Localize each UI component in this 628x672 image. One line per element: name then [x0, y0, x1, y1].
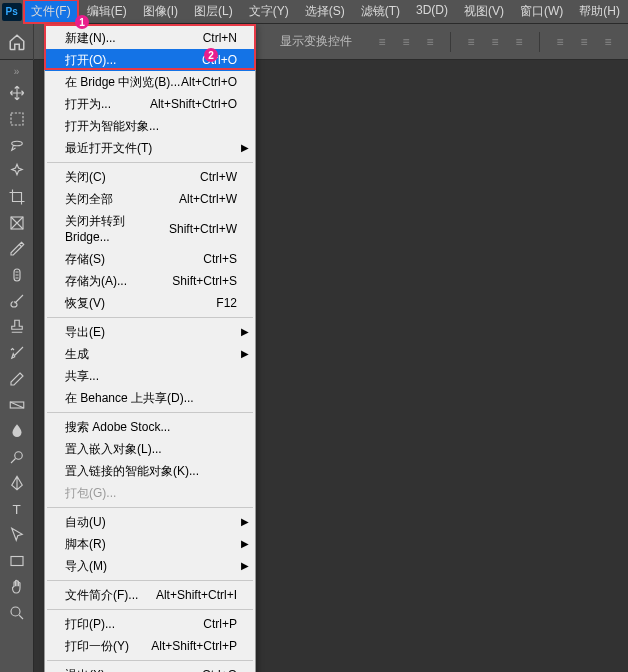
align-bottom-icon[interactable]: ≡: [509, 32, 529, 52]
submenu-arrow-icon: ▶: [241, 324, 249, 340]
menu-open[interactable]: 打开(O)...Ctrl+O: [45, 49, 255, 71]
crop-tool[interactable]: [4, 185, 30, 209]
menu-place-embed[interactable]: 置入嵌入对象(L)...: [45, 438, 255, 460]
menu-filter[interactable]: 滤镜(T): [353, 0, 408, 24]
menu-open-smart[interactable]: 打开为智能对象...: [45, 115, 255, 137]
menu-open-as-label: 打开为...: [65, 96, 111, 112]
align-left-icon[interactable]: ≡: [372, 32, 392, 52]
menu-print-one[interactable]: 打印一份(Y)Alt+Shift+Ctrl+P: [45, 635, 255, 657]
zoom-tool[interactable]: [4, 601, 30, 625]
menu-export[interactable]: 导出(E)▶: [45, 321, 255, 343]
menu-import[interactable]: 导入(M)▶: [45, 555, 255, 577]
gradient-tool[interactable]: [4, 393, 30, 417]
menu-close-label: 关闭(C): [65, 169, 106, 185]
menu-share[interactable]: 共享...: [45, 365, 255, 387]
menu-open-label: 打开(O)...: [65, 52, 116, 68]
menu-image[interactable]: 图像(I): [135, 0, 186, 24]
frame-tool[interactable]: [4, 211, 30, 235]
menu-scripts-label: 脚本(R): [65, 536, 106, 552]
submenu-arrow-icon: ▶: [241, 346, 249, 362]
align-top-icon[interactable]: ≡: [461, 32, 481, 52]
menu-print-label: 打印(P)...: [65, 616, 115, 632]
collapse-icon[interactable]: »: [14, 64, 20, 79]
hand-tool[interactable]: [4, 575, 30, 599]
menu-type[interactable]: 文字(Y): [241, 0, 297, 24]
tools-panel: » T: [0, 60, 34, 672]
align-center-icon[interactable]: ≡: [396, 32, 416, 52]
healing-tool[interactable]: [4, 263, 30, 287]
menu-file-info-label: 文件简介(F)...: [65, 587, 138, 603]
menu-layer[interactable]: 图层(L): [186, 0, 241, 24]
history-brush-tool[interactable]: [4, 341, 30, 365]
separator: [47, 580, 253, 581]
menu-exit[interactable]: 退出(X)Ctrl+Q: [45, 664, 255, 672]
blur-tool[interactable]: [4, 419, 30, 443]
main-menu: 文件(F) 编辑(E) 图像(I) 图层(L) 文字(Y) 选择(S) 滤镜(T…: [23, 0, 628, 24]
menu-open-as-shortcut: Alt+Shift+Ctrl+O: [150, 96, 237, 112]
menu-scripts[interactable]: 脚本(R)▶: [45, 533, 255, 555]
menu-file-info[interactable]: 文件简介(F)...Alt+Shift+Ctrl+I: [45, 584, 255, 606]
annotation-badge-2: 2: [204, 48, 218, 62]
menu-generate[interactable]: 生成▶: [45, 343, 255, 365]
menu-select[interactable]: 选择(S): [297, 0, 353, 24]
move-tool[interactable]: [4, 81, 30, 105]
distribute-mid-icon[interactable]: ≡: [574, 32, 594, 52]
menu-automate[interactable]: 自动(U)▶: [45, 511, 255, 533]
menu-print-shortcut: Ctrl+P: [203, 616, 237, 632]
ps-icon: Ps: [2, 3, 22, 21]
separator: [47, 507, 253, 508]
menu-window[interactable]: 窗口(W): [512, 0, 571, 24]
home-button[interactable]: [0, 24, 34, 60]
menu-behance[interactable]: 在 Behance 上共享(D)...: [45, 387, 255, 409]
menubar: Ps 文件(F) 编辑(E) 图像(I) 图层(L) 文字(Y) 选择(S) 滤…: [0, 0, 628, 24]
stamp-tool[interactable]: [4, 315, 30, 339]
transform-controls-label: 显示变换控件: [280, 33, 352, 50]
menu-help[interactable]: 帮助(H): [571, 0, 628, 24]
menu-revert[interactable]: 恢复(V)F12: [45, 292, 255, 314]
pen-tool[interactable]: [4, 471, 30, 495]
eraser-tool[interactable]: [4, 367, 30, 391]
menu-close-bridge[interactable]: 关闭并转到 Bridge...Shift+Ctrl+W: [45, 210, 255, 248]
menu-export-label: 导出(E): [65, 324, 105, 340]
menu-share-label: 共享...: [65, 368, 99, 384]
menu-print-one-label: 打印一份(Y): [65, 638, 129, 654]
menu-save-as-shortcut: Shift+Ctrl+S: [172, 273, 237, 289]
quick-select-tool[interactable]: [4, 159, 30, 183]
menu-file[interactable]: 文件(F): [23, 0, 78, 24]
menu-close-bridge-shortcut: Shift+Ctrl+W: [169, 221, 237, 237]
brush-tool[interactable]: [4, 289, 30, 313]
menu-3d[interactable]: 3D(D): [408, 0, 456, 24]
distribute-bot-icon[interactable]: ≡: [598, 32, 618, 52]
menu-revert-shortcut: F12: [216, 295, 237, 311]
menu-print[interactable]: 打印(P)...Ctrl+P: [45, 613, 255, 635]
menu-open-as[interactable]: 打开为...Alt+Shift+Ctrl+O: [45, 93, 255, 115]
dodge-tool[interactable]: [4, 445, 30, 469]
menu-view[interactable]: 视图(V): [456, 0, 512, 24]
lasso-tool[interactable]: [4, 133, 30, 157]
distribute-top-icon[interactable]: ≡: [550, 32, 570, 52]
align-middle-icon[interactable]: ≡: [485, 32, 505, 52]
menu-browse-bridge[interactable]: 在 Bridge 中浏览(B)...Alt+Ctrl+O: [45, 71, 255, 93]
menu-close-all[interactable]: 关闭全部Alt+Ctrl+W: [45, 188, 255, 210]
menu-behance-label: 在 Behance 上共享(D)...: [65, 390, 194, 406]
svg-text:T: T: [12, 502, 20, 517]
menu-save-as[interactable]: 存储为(A)...Shift+Ctrl+S: [45, 270, 255, 292]
menu-exit-shortcut: Ctrl+Q: [202, 667, 237, 672]
menu-recent-label: 最近打开文件(T): [65, 140, 152, 156]
menu-new[interactable]: 新建(N)...Ctrl+N: [45, 27, 255, 49]
menu-save[interactable]: 存储(S)Ctrl+S: [45, 248, 255, 270]
menu-recent[interactable]: 最近打开文件(T)▶: [45, 137, 255, 159]
type-tool[interactable]: T: [4, 497, 30, 521]
submenu-arrow-icon: ▶: [241, 536, 249, 552]
path-select-tool[interactable]: [4, 523, 30, 547]
menu-place-embed-label: 置入嵌入对象(L)...: [65, 441, 162, 457]
menu-place-linked[interactable]: 置入链接的智能对象(K)...: [45, 460, 255, 482]
menu-revert-label: 恢复(V): [65, 295, 105, 311]
menu-print-one-shortcut: Alt+Shift+Ctrl+P: [151, 638, 237, 654]
menu-stock[interactable]: 搜索 Adobe Stock...: [45, 416, 255, 438]
align-right-icon[interactable]: ≡: [420, 32, 440, 52]
rectangle-tool[interactable]: [4, 549, 30, 573]
menu-close[interactable]: 关闭(C)Ctrl+W: [45, 166, 255, 188]
eyedropper-tool[interactable]: [4, 237, 30, 261]
marquee-tool[interactable]: [4, 107, 30, 131]
